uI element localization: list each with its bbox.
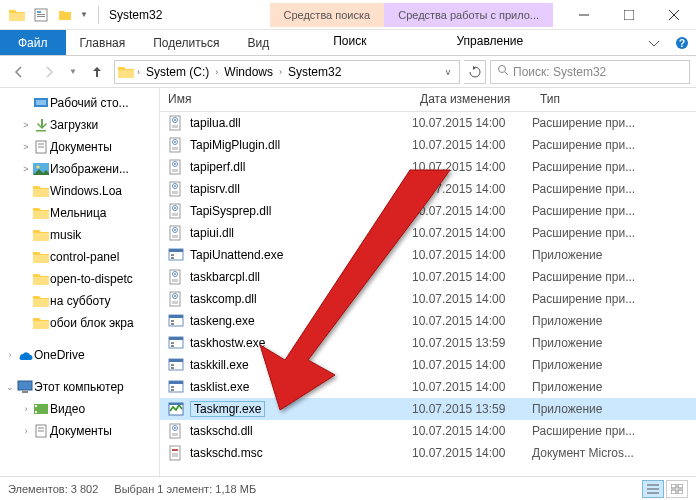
chevron-icon[interactable]: > [20,120,32,130]
file-row[interactable]: TapiMigPlugin.dll10.07.2015 14:00Расшире… [160,134,696,156]
sidebar-item-onedrive[interactable]: › OneDrive [0,344,159,366]
breadcrumb-bar[interactable]: › System (C:) › Windows › System32 v [114,60,460,84]
file-type: Документ Micros... [532,446,696,460]
contextual-tab-search[interactable]: Средства поиска [270,3,385,27]
file-name: TapiSysprep.dll [190,204,271,218]
main-pane: Рабочий сто...>Загрузки>Документы>Изобра… [0,88,696,476]
chevron-icon[interactable]: > [20,142,32,152]
svg-rect-74 [171,364,174,366]
chevron-right-icon[interactable]: › [4,350,16,360]
recent-dropdown-icon[interactable]: ▼ [66,59,80,85]
contextual-tab-app[interactable]: Средства работы с прило... [384,3,553,27]
tab-home[interactable]: Главная [66,30,140,55]
sidebar-item-documents[interactable]: › Документы [0,420,159,442]
chevron-right-icon[interactable]: › [135,67,142,77]
close-button[interactable] [651,0,696,30]
tab-view[interactable]: Вид [233,30,283,55]
minimize-button[interactable] [561,0,606,30]
address-dropdown-icon[interactable]: v [439,67,457,77]
file-row[interactable]: tapisrv.dll10.07.2015 14:00Расширение пр… [160,178,696,200]
sidebar-item[interactable]: musik [0,224,159,246]
help-icon[interactable]: ? [668,30,696,55]
file-row[interactable]: taskcomp.dll10.07.2015 14:00Расширение п… [160,288,696,310]
file-icon [168,379,184,395]
file-row[interactable]: taskbarcpl.dll10.07.2015 14:00Расширение… [160,266,696,288]
file-icon [168,401,184,417]
breadcrumb-item[interactable]: System32 [284,65,345,79]
column-type[interactable]: Тип [532,88,696,111]
pictures-icon [32,163,50,175]
file-row[interactable]: taskhostw.exe10.07.2015 13:59Приложение [160,332,696,354]
svg-rect-95 [678,490,683,494]
sidebar-item-thispc[interactable]: ⌄ Этот компьютер [0,376,159,398]
sidebar-item[interactable]: >Загрузки [0,114,159,136]
file-type: Приложение [532,248,696,262]
sidebar-item[interactable]: Рабочий сто... [0,92,159,114]
file-row[interactable]: tasklist.exe10.07.2015 14:00Приложение [160,376,696,398]
file-row[interactable]: taskschd.msc10.07.2015 14:00Документ Mic… [160,442,696,464]
icons-view-button[interactable] [666,480,688,498]
file-name: taskschd.msc [190,446,263,460]
tab-search[interactable]: Поиск [313,30,386,55]
navigation-pane[interactable]: Рабочий сто...>Загрузки>Документы>Изобра… [0,88,160,476]
chevron-icon[interactable]: > [20,164,32,174]
maximize-button[interactable] [606,0,651,30]
forward-button[interactable] [36,59,62,85]
file-date: 10.07.2015 14:00 [412,226,532,240]
chevron-right-icon[interactable]: › [277,67,284,77]
file-rows[interactable]: tapilua.dll10.07.2015 14:00Расширение пр… [160,112,696,476]
svg-rect-51 [172,235,178,238]
properties-icon[interactable] [30,4,52,26]
refresh-button[interactable] [464,60,486,84]
svg-point-10 [499,66,506,73]
file-type: Приложение [532,314,696,328]
tab-manage[interactable]: Управление [436,30,543,55]
details-view-button[interactable] [642,480,664,498]
file-row[interactable]: tapiui.dll10.07.2015 14:00Расширение при… [160,222,696,244]
sidebar-item[interactable]: Windows.Loa [0,180,159,202]
up-button[interactable] [84,59,110,85]
file-row[interactable]: taskkill.exe10.07.2015 14:00Приложение [160,354,696,376]
sidebar-item-video[interactable]: › Видео [0,398,159,420]
sidebar-item[interactable]: control-panel [0,246,159,268]
svg-rect-70 [171,342,174,344]
tab-share[interactable]: Поделиться [139,30,233,55]
chevron-right-icon[interactable]: › [213,67,220,77]
sidebar-item[interactable]: >Документы [0,136,159,158]
file-type: Расширение при... [532,424,696,438]
breadcrumb-item[interactable]: Windows [220,65,277,79]
ribbon-expand-icon[interactable] [640,30,668,55]
file-row[interactable]: tapilua.dll10.07.2015 14:00Расширение пр… [160,112,696,134]
breadcrumb-item[interactable]: System (C:) [142,65,213,79]
sidebar-item[interactable]: на субботу [0,290,159,312]
column-date[interactable]: Дата изменения [412,88,532,111]
chevron-down-icon[interactable]: ⌄ [4,382,16,392]
search-input[interactable]: Поиск: System32 [490,60,690,84]
file-type: Расширение при... [532,270,696,284]
tab-file[interactable]: Файл [0,30,66,55]
file-icon [168,247,184,263]
sidebar-item[interactable]: open-to-dispetc [0,268,159,290]
search-placeholder: Поиск: System32 [513,65,606,79]
svg-rect-35 [172,147,178,150]
qat-dropdown-icon[interactable]: ▼ [78,4,90,26]
file-row[interactable]: taskeng.exe10.07.2015 14:00Приложение [160,310,696,332]
quick-access-toolbar: ▼ [0,4,96,26]
svg-rect-3 [37,16,45,17]
sidebar-item[interactable]: >Изображени... [0,158,159,180]
file-row[interactable]: TapiSysprep.dll10.07.2015 14:00Расширени… [160,200,696,222]
file-date: 10.07.2015 14:00 [412,380,532,394]
sidebar-item[interactable]: обои блок экра [0,312,159,334]
video-icon [32,402,50,416]
svg-rect-81 [169,403,183,405]
back-button[interactable] [6,59,32,85]
new-folder-icon[interactable] [54,4,76,26]
file-row[interactable]: taskschd.dll10.07.2015 14:00Расширение п… [160,420,696,442]
column-name[interactable]: Имя [160,88,412,111]
svg-rect-47 [172,213,178,216]
file-row[interactable]: tapiperf.dll10.07.2015 14:00Расширение п… [160,156,696,178]
sidebar-item[interactable]: Мельница [0,202,159,224]
svg-rect-43 [172,191,178,194]
file-row[interactable]: Taskmgr.exe10.07.2015 13:59Приложение [160,398,696,420]
file-row[interactable]: TapiUnattend.exe10.07.2015 14:00Приложен… [160,244,696,266]
